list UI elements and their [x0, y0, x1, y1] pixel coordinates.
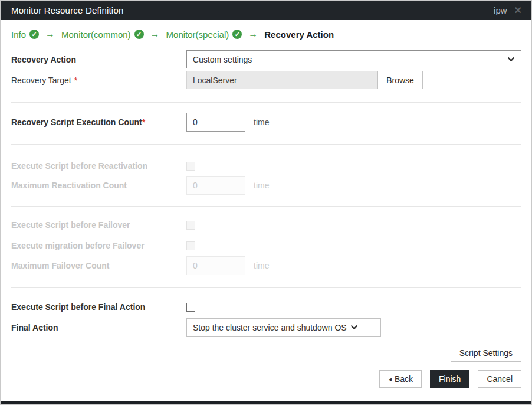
back-button-label: Back: [395, 374, 413, 384]
execute-script-before-failover-row: Execute Script before Failover: [11, 220, 521, 230]
recovery-target-field: [186, 71, 378, 89]
arrow-right-icon: →: [248, 29, 258, 40]
section-divider: [11, 206, 521, 207]
step-complete-check-icon: ✓: [29, 30, 39, 39]
section-divider: [11, 287, 521, 288]
unit-label: time: [254, 261, 269, 270]
back-button[interactable]: ◂Back: [379, 370, 422, 388]
recovery-target-label: Recovery Target*: [11, 76, 186, 85]
recovery-action-row: Recovery Action Custom settings: [11, 50, 521, 68]
final-action-select[interactable]: Stop the cluster service and shutdown OS: [186, 318, 381, 337]
final-action-label: Final Action: [11, 323, 186, 332]
arrow-right-icon: →: [150, 29, 160, 40]
maximum-failover-count-input: [186, 256, 245, 275]
browse-button[interactable]: Browse: [377, 71, 423, 89]
dialog-bottom-bar: [1, 401, 531, 404]
wizard-step-label: Info: [11, 30, 26, 40]
monitor-resource-definition-dialog: Monitor Resource Definition ipw ✕ Info ✓…: [0, 0, 532, 405]
back-triangle-icon: ◂: [388, 375, 392, 383]
execute-script-before-failover-label: Execute Script before Failover: [11, 220, 186, 230]
required-mark: *: [74, 76, 77, 85]
section-divider: [11, 102, 521, 103]
chevron-down-icon: [507, 57, 515, 62]
execute-script-before-reactivation-checkbox: [186, 162, 195, 171]
execute-migration-before-failover-label: Execute migration before Failover: [11, 241, 186, 250]
maximum-reactivation-count-label: Maximum Reactivation Count: [11, 181, 186, 190]
execute-script-before-final-action-label: Execute Script before Final Action: [11, 302, 186, 312]
unit-label: time: [254, 181, 269, 190]
unit-label: time: [254, 117, 269, 127]
breadcrumb: Info ✓ → Monitor(common) ✓ → Monitor(spe…: [11, 29, 521, 40]
dialog-titlebar: Monitor Resource Definition ipw ✕: [1, 1, 531, 20]
maximum-reactivation-count-input: [186, 176, 245, 195]
wizard-step-label: Monitor(common): [61, 30, 131, 40]
step-complete-check-icon: ✓: [134, 30, 144, 39]
execute-script-before-failover-checkbox: [186, 221, 195, 230]
recovery-script-execution-count-row: Recovery Script Execution Count* time: [11, 113, 521, 132]
recovery-script-execution-count-input[interactable]: [186, 113, 245, 132]
recovery-action-select[interactable]: Custom settings: [186, 50, 521, 68]
dialog-content: Info ✓ → Monitor(common) ✓ → Monitor(spe…: [1, 29, 531, 388]
script-settings-button[interactable]: Script Settings: [451, 344, 521, 362]
step-complete-check-icon: ✓: [232, 30, 242, 39]
maximum-reactivation-count-row: Maximum Reactivation Count time: [11, 176, 521, 195]
maximum-failover-count-row: Maximum Failover Count time: [11, 256, 521, 275]
execute-script-before-reactivation-row: Execute Script before Reactivation: [11, 161, 521, 171]
wizard-step-monitor-common[interactable]: Monitor(common) ✓: [61, 30, 144, 40]
nav-buttons-row: ◂Back Finish Cancel: [11, 370, 521, 388]
cancel-button[interactable]: Cancel: [478, 370, 521, 388]
finish-button[interactable]: Finish: [430, 370, 469, 388]
maximum-failover-count-label: Maximum Failover Count: [11, 261, 186, 270]
required-mark: *: [142, 117, 145, 127]
final-action-selected-value: Stop the cluster service and shutdown OS: [193, 323, 347, 332]
execute-script-before-final-action-row: Execute Script before Final Action: [11, 302, 521, 312]
execute-migration-before-failover-checkbox: [186, 241, 195, 250]
wizard-step-label: Recovery Action: [264, 30, 334, 40]
script-settings-row: Script Settings: [11, 344, 521, 362]
window-tag: ipw: [494, 5, 507, 15]
wizard-step-recovery-action: Recovery Action: [264, 30, 334, 40]
dialog-title: Monitor Resource Definition: [11, 5, 123, 15]
execute-script-before-reactivation-label: Execute Script before Reactivation: [11, 161, 186, 171]
recovery-action-label: Recovery Action: [11, 55, 186, 64]
arrow-right-icon: →: [45, 29, 55, 40]
recovery-target-row: Recovery Target* Browse: [11, 71, 521, 89]
chevron-down-icon: [350, 325, 358, 330]
wizard-step-label: Monitor(special): [166, 30, 229, 40]
wizard-step-monitor-special[interactable]: Monitor(special) ✓: [166, 30, 242, 40]
titlebar-right: ipw ✕: [494, 5, 522, 15]
execute-script-before-final-action-checkbox[interactable]: [186, 303, 195, 312]
wizard-step-info[interactable]: Info ✓: [11, 30, 39, 40]
section-divider: [11, 144, 521, 145]
recovery-script-execution-count-label: Recovery Script Execution Count*: [11, 117, 186, 127]
recovery-action-selected-value: Custom settings: [193, 55, 252, 64]
execute-migration-before-failover-row: Execute migration before Failover: [11, 241, 521, 250]
close-icon[interactable]: ✕: [514, 6, 522, 15]
final-action-row: Final Action Stop the cluster service an…: [11, 318, 521, 337]
